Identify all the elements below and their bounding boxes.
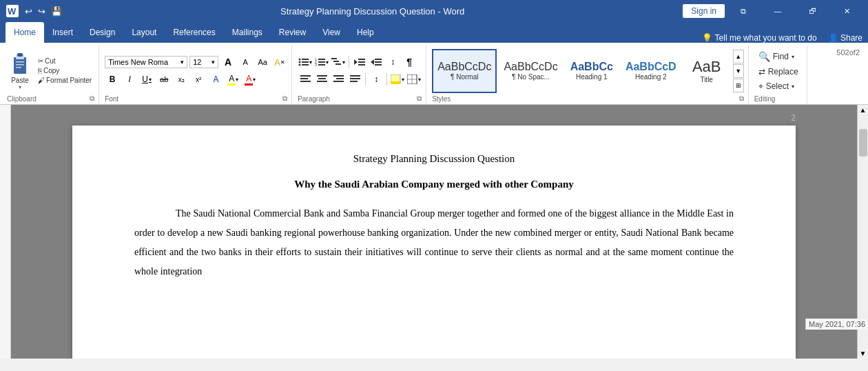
tell-me-bar[interactable]: 💡 Tell me what you want to do <box>702 33 817 43</box>
font-grow-button[interactable]: A <box>220 54 236 70</box>
strikethrough-button[interactable]: ab <box>156 72 172 87</box>
font-color-button[interactable]: A ▾ <box>242 72 258 87</box>
svg-rect-7 <box>16 67 21 68</box>
clipboard-expand-icon[interactable]: ⧉ <box>90 94 94 103</box>
left-ruler <box>0 105 11 359</box>
styles-scroll-down-button[interactable]: ▼ <box>733 64 744 78</box>
underline-button[interactable]: U ▾ <box>139 72 154 87</box>
scroll-up-arrow[interactable]: ▲ <box>858 105 868 115</box>
tab-references[interactable]: References <box>165 22 223 43</box>
shading-button[interactable]: ▾ <box>390 72 405 87</box>
window-restore-btn[interactable]: ⧉ <box>727 0 759 22</box>
borders-button[interactable]: ▾ <box>406 72 422 87</box>
font-expand-icon[interactable]: ⧉ <box>282 94 287 103</box>
document-scroll-area[interactable]: 2 Strategy Planning Discussion Question … <box>11 105 857 359</box>
multilevel-button[interactable]: ▾ <box>331 54 346 70</box>
quick-access-undo[interactable]: ↩ <box>25 6 32 17</box>
style-title-preview: AaB <box>692 58 721 76</box>
cut-button[interactable]: ✂ Cut <box>35 57 94 66</box>
close-button[interactable]: ✕ <box>831 0 862 22</box>
format-painter-button[interactable]: 🖌 Format Painter <box>35 76 94 85</box>
align-center-button[interactable] <box>314 72 329 87</box>
tab-home[interactable]: Home <box>6 22 44 43</box>
paste-caret: ▾ <box>19 84 21 90</box>
scrollbar-thumb[interactable] <box>859 129 867 157</box>
replace-icon: ⇄ <box>758 67 765 77</box>
sign-in-button[interactable]: Sign in <box>683 4 725 18</box>
ribbon-body: Paste ▾ ✂ Cut ⎘ Copy 🖌 Format Painter Cl <box>0 43 868 105</box>
show-formatting-button[interactable]: ¶ <box>402 54 417 70</box>
title-bar-right: Sign in ⧉ — 🗗 ✕ <box>683 0 862 22</box>
paragraph-expand-icon[interactable]: ⧉ <box>417 94 422 103</box>
borders-icon <box>407 74 418 84</box>
superscript-button[interactable]: x² <box>191 72 206 87</box>
bold-button[interactable]: B <box>105 72 120 87</box>
tab-help[interactable]: Help <box>349 22 382 43</box>
svg-marker-23 <box>354 59 358 65</box>
font-row-2: B I U ▾ ab x₂ x² A A ▾ <box>105 72 287 87</box>
numbering-button[interactable]: 1. 2. 3. ▾ <box>314 54 329 70</box>
share-button[interactable]: 👤 Share <box>828 33 862 43</box>
select-icon: ⌖ <box>758 81 763 91</box>
svg-rect-15 <box>318 59 325 60</box>
page-marker: 2 <box>72 113 796 123</box>
line-spacing-button[interactable]: ↕ <box>369 72 384 87</box>
editing-inner: 🔍 Find ▾ ⇄ Replace ⌖ Select ▾ <box>754 50 803 92</box>
tab-layout[interactable]: Layout <box>123 22 165 43</box>
styles-expand-icon[interactable]: ⧉ <box>739 94 744 103</box>
bullets-button[interactable]: ▾ <box>298 54 313 70</box>
editing-label-row: Editing <box>754 95 803 103</box>
copy-button[interactable]: ⎘ Copy <box>35 66 94 75</box>
find-button[interactable]: 🔍 Find ▾ <box>754 50 803 63</box>
style-normal[interactable]: AaBbCcDc ¶ Normal <box>432 49 497 93</box>
style-heading1[interactable]: AaBbCc Heading 1 <box>565 49 619 93</box>
sort-button[interactable]: ↕ <box>385 54 400 70</box>
styles-expand-button[interactable]: ⊞ <box>733 79 744 92</box>
align-right-button[interactable] <box>331 72 346 87</box>
paste-button[interactable]: Paste ▾ <box>7 50 33 92</box>
svg-rect-26 <box>358 64 365 66</box>
justify-button[interactable] <box>347 72 362 87</box>
subscript-button[interactable]: x₂ <box>174 72 189 87</box>
svg-rect-34 <box>317 75 327 77</box>
quick-access-redo[interactable]: ↪ <box>38 6 45 17</box>
font-name-dropdown[interactable]: Times New Roma ▾ <box>105 56 187 68</box>
tab-mailings[interactable]: Mailings <box>224 22 271 43</box>
minimize-button[interactable]: — <box>762 0 794 22</box>
main-area: 2 Strategy Planning Discussion Question … <box>0 105 868 359</box>
tab-review[interactable]: Review <box>271 22 314 43</box>
select-button[interactable]: ⌖ Select ▾ <box>754 80 803 92</box>
replace-button[interactable]: ⇄ Replace <box>754 66 803 78</box>
tab-design[interactable]: Design <box>81 22 123 43</box>
change-case-button[interactable]: Aa <box>255 54 270 70</box>
italic-button[interactable]: I <box>122 72 137 87</box>
maximize-button[interactable]: 🗗 <box>796 0 828 22</box>
paste-icon <box>10 52 30 77</box>
decrease-indent-button[interactable] <box>352 54 367 70</box>
tab-view[interactable]: View <box>314 22 349 43</box>
increase-indent-button[interactable] <box>369 54 384 70</box>
clipboard-group: Paste ▾ ✂ Cut ⎘ Copy 🖌 Format Painter Cl <box>3 46 99 104</box>
styles-scroll-up-button[interactable]: ▲ <box>733 50 744 63</box>
quick-access-save[interactable]: 💾 <box>51 6 62 17</box>
bullets-icon <box>298 57 309 67</box>
align-left-button[interactable] <box>298 72 313 87</box>
style-heading1-label: Heading 1 <box>576 73 608 81</box>
style-nospace-preview: AaBbCcDc <box>504 61 557 73</box>
style-nospace[interactable]: AaBbCcDc ¶ No Spac... <box>498 49 563 93</box>
scroll-down-arrow[interactable]: ▼ <box>858 348 868 359</box>
text-effects-button[interactable]: A <box>208 72 223 87</box>
styles-label: Styles <box>432 95 451 103</box>
highlight-color-button[interactable]: A ▾ <box>225 72 240 87</box>
style-heading2[interactable]: AaBbCcD Heading 2 <box>620 49 682 93</box>
paragraph-label: Paragraph <box>298 95 330 103</box>
svg-rect-28 <box>375 59 382 60</box>
style-title[interactable]: AaB Title <box>683 49 730 93</box>
tab-insert[interactable]: Insert <box>44 22 81 43</box>
font-content: Times New Roma ▾ 12 ▾ A A Aa A✕ B <box>105 47 287 94</box>
justify-icon <box>350 75 360 84</box>
font-shrink-button[interactable]: A <box>238 54 253 70</box>
font-size-dropdown[interactable]: 12 ▾ <box>189 56 218 68</box>
decrease-indent-icon <box>354 57 365 67</box>
clear-formatting-button[interactable]: A✕ <box>272 54 287 70</box>
